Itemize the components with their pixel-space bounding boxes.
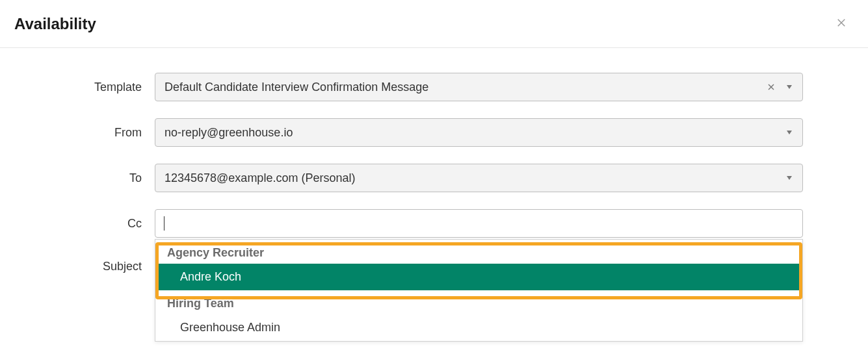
to-value: 12345678@example.com (Personal)	[164, 171, 355, 185]
modal-header: Availability	[0, 0, 868, 48]
modal-title: Availability	[14, 15, 96, 33]
template-value: Default Candidate Interview Confirmation…	[164, 81, 428, 94]
from-row: From no-reply@greenhouse.io	[0, 118, 803, 147]
svg-marker-6	[787, 176, 792, 180]
template-row: Template Default Candidate Interview Con…	[0, 73, 803, 101]
template-label: Template	[0, 81, 155, 94]
chevron-down-icon	[785, 84, 793, 90]
from-label: From	[0, 126, 155, 140]
dropdown-group-agency: Agency Recruiter	[155, 240, 802, 264]
to-row: To 12345678@example.com (Personal)	[0, 164, 803, 192]
cc-row: Cc Agency Recruiter Andre Koch Hiring Te…	[0, 209, 803, 238]
svg-marker-4	[787, 85, 792, 89]
form-container: Template Default Candidate Interview Con…	[0, 48, 868, 273]
cc-field-wrapper: Agency Recruiter Andre Koch Hiring Team …	[155, 209, 803, 238]
chevron-down-icon	[785, 130, 793, 135]
dropdown-option-andre[interactable]: Andre Koch	[155, 264, 802, 290]
dropdown-group-hiring: Hiring Team	[155, 290, 802, 314]
clear-icon[interactable]	[767, 83, 775, 91]
from-select[interactable]: no-reply@greenhouse.io	[155, 118, 803, 147]
cc-label: Cc	[0, 217, 155, 231]
from-value: no-reply@greenhouse.io	[164, 126, 293, 140]
close-icon	[835, 17, 847, 31]
chevron-down-icon	[785, 175, 793, 181]
cc-dropdown: Agency Recruiter Andre Koch Hiring Team …	[155, 239, 803, 342]
svg-marker-5	[787, 131, 792, 134]
template-select[interactable]: Default Candidate Interview Confirmation…	[155, 73, 803, 101]
dropdown-option-admin[interactable]: Greenhouse Admin	[155, 314, 802, 341]
to-field-wrapper: 12345678@example.com (Personal)	[155, 164, 803, 192]
template-field-wrapper: Default Candidate Interview Confirmation…	[155, 73, 803, 101]
from-field-wrapper: no-reply@greenhouse.io	[155, 118, 803, 147]
to-select[interactable]: 12345678@example.com (Personal)	[155, 164, 803, 192]
to-label: To	[0, 171, 155, 185]
close-button[interactable]	[833, 14, 850, 33]
subject-label: Subject	[0, 255, 155, 273]
cc-input[interactable]	[155, 209, 803, 238]
